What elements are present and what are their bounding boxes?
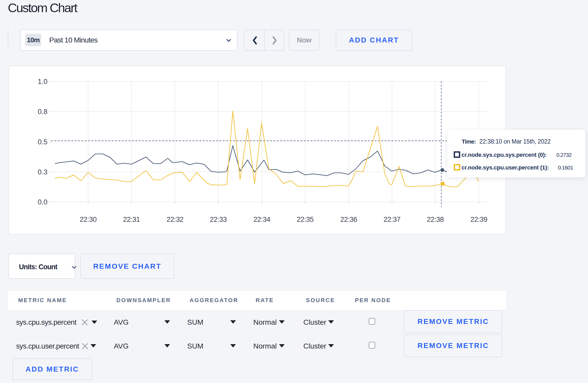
svg-text:22:33: 22:33: [210, 216, 227, 223]
svg-text:0.3: 0.3: [38, 168, 47, 176]
svg-text:22:38: 22:38: [427, 216, 444, 223]
svg-text:22:35: 22:35: [297, 216, 313, 223]
svg-text:1.0: 1.0: [38, 78, 47, 86]
svg-text:22:30: 22:30: [80, 216, 96, 223]
svg-text:22:34: 22:34: [253, 216, 270, 223]
svg-text:0.0: 0.0: [38, 198, 47, 206]
svg-text:22:36: 22:36: [340, 216, 357, 223]
svg-text:22:31: 22:31: [123, 216, 140, 223]
svg-text:22:39: 22:39: [470, 216, 487, 223]
svg-text:0.8: 0.8: [38, 108, 47, 116]
svg-text:0.5: 0.5: [38, 138, 47, 146]
svg-text:22:37: 22:37: [383, 216, 400, 223]
svg-text:22:32: 22:32: [166, 216, 183, 223]
